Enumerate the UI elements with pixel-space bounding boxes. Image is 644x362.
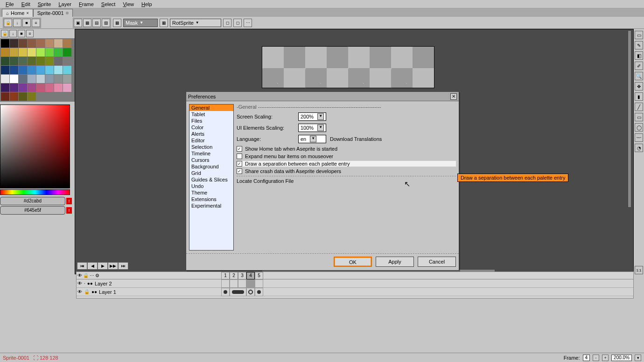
square-button[interactable]: ■	[22, 19, 31, 27]
palette-swatch[interactable]	[36, 92, 45, 101]
zoom-tool[interactable]: 🔍	[635, 72, 643, 80]
palette-swatch[interactable]	[10, 39, 18, 48]
pref-category-cursors[interactable]: Cursors	[189, 157, 233, 163]
pref-category-color[interactable]: Color	[189, 124, 233, 131]
pixel-grid-button[interactable]: ▦	[113, 19, 121, 27]
menu-file[interactable]: File	[2, 0, 18, 8]
menu-frame[interactable]: Frame	[75, 0, 98, 8]
palette-swatch[interactable]	[63, 92, 71, 101]
palette-swatch[interactable]	[19, 92, 27, 101]
palette-swatch[interactable]	[10, 84, 18, 92]
fg-color-button[interactable]: #d2cabd	[0, 197, 65, 205]
menu-edit[interactable]: Edit	[18, 0, 34, 8]
locate-config-link[interactable]: Locate Configuration File	[237, 178, 294, 184]
eye-icon[interactable]: 👁	[77, 281, 82, 286]
apply-button[interactable]: Apply	[376, 257, 414, 267]
frame-header[interactable]: 3	[238, 272, 246, 279]
palette-swatch[interactable]	[54, 92, 63, 101]
more-button[interactable]: ⋯	[244, 19, 252, 27]
pal-square-button[interactable]: ■	[18, 30, 25, 37]
palette-swatch[interactable]	[63, 57, 71, 65]
palette-swatch[interactable]	[45, 39, 54, 48]
rect-tool[interactable]: ▭	[635, 113, 643, 121]
palette-swatch[interactable]	[54, 48, 63, 56]
prev-frame-button[interactable]: ◀	[87, 262, 98, 270]
cel[interactable]	[238, 279, 246, 288]
menu-layer[interactable]: Layer	[55, 0, 75, 8]
cel[interactable]	[246, 279, 255, 288]
frame-header[interactable]: 1	[221, 272, 230, 279]
checkbox-expand-menu-label[interactable]: Expand menu bar items on mouseover	[245, 153, 333, 159]
menu-help[interactable]: Help	[138, 0, 156, 8]
pref-category-editor[interactable]: Editor	[189, 137, 233, 144]
pref-category-guides-slices[interactable]: Guides & Slices	[189, 176, 233, 183]
sel-replace-button[interactable]: ▣	[74, 19, 82, 27]
palette-swatch[interactable]	[28, 48, 36, 56]
frame-header[interactable]: 5	[255, 272, 263, 279]
pref-category-extensions[interactable]: Extensions	[189, 196, 233, 202]
palette-swatch[interactable]	[63, 84, 71, 92]
palette-swatch[interactable]	[36, 84, 45, 92]
checkbox-palette-separation-label[interactable]: Draw a separation between each palette e…	[245, 161, 350, 167]
cel[interactable]	[230, 288, 246, 296]
palette-swatch[interactable]	[1, 75, 9, 83]
menu-view[interactable]: View	[119, 0, 138, 8]
link-icon[interactable]: ⋯	[90, 273, 94, 278]
palette-swatch[interactable]	[28, 92, 36, 101]
close-icon[interactable]: ×	[26, 11, 28, 15]
lock-icon[interactable]: 🔒	[84, 289, 90, 294]
palette-swatch[interactable]	[19, 48, 27, 56]
palette-swatch[interactable]	[10, 48, 18, 56]
pref-category-undo[interactable]: Undo	[189, 183, 233, 189]
bucket-tool[interactable]: ▮	[635, 92, 643, 101]
grid-button[interactable]: ▦	[160, 19, 168, 27]
cel[interactable]	[255, 288, 263, 296]
palette-swatch[interactable]	[63, 39, 71, 48]
tl-menu-icon[interactable]: ⚙	[95, 273, 99, 278]
opt2-button[interactable]: ◻	[233, 19, 242, 27]
palette-swatch[interactable]	[28, 75, 36, 83]
palette-swatch[interactable]	[28, 66, 36, 74]
palette-swatch[interactable]	[28, 39, 36, 48]
palette-swatch[interactable]	[54, 75, 63, 83]
pal-lock-button[interactable]: 🔒	[1, 30, 8, 37]
cel[interactable]	[246, 288, 255, 296]
pencil-tool[interactable]: ✎	[635, 41, 643, 49]
checkbox-home-tab[interactable]	[237, 146, 242, 152]
vertical-scrollbar[interactable]	[628, 29, 632, 274]
screen-scaling-dropdown[interactable]: 200% ▼	[298, 112, 326, 121]
frame-dec-button[interactable]: -	[593, 355, 599, 361]
menu-select[interactable]: Select	[98, 0, 119, 8]
frame-header[interactable]: 4	[246, 272, 255, 279]
last-frame-button[interactable]: ⏭	[118, 262, 128, 270]
palette-swatch[interactable]	[10, 75, 18, 83]
sel-intersect-button[interactable]: ▧	[102, 19, 110, 27]
checkbox-share-crash[interactable]	[237, 168, 242, 174]
palette-swatch[interactable]	[28, 57, 36, 65]
tab-sprite[interactable]: Sprite-0001	[33, 9, 73, 17]
pal-menu-button[interactable]: ≡	[26, 30, 34, 37]
menu-sprite[interactable]: Sprite	[34, 0, 55, 8]
dialog-titlebar[interactable]: Preferences ✕	[186, 92, 459, 101]
lock-alpha-button[interactable]: 🔒	[4, 19, 12, 27]
sprite-canvas[interactable]	[262, 46, 434, 88]
ui-scaling-dropdown[interactable]: 100% ▼	[298, 124, 326, 132]
pref-category-files[interactable]: Files	[189, 118, 233, 124]
pal-down-button[interactable]: ↓	[9, 30, 17, 37]
cancel-button[interactable]: Cancel	[418, 257, 456, 267]
lock-icon[interactable]: 🔒	[83, 273, 89, 278]
palette-swatch[interactable]	[63, 75, 71, 83]
palette-swatch[interactable]	[54, 57, 63, 65]
play-button[interactable]: ▶	[98, 262, 108, 270]
eye-icon[interactable]: 👁	[77, 273, 82, 278]
frame-input[interactable]: 4	[583, 355, 590, 361]
palette-swatch[interactable]	[45, 84, 54, 92]
hue-slider[interactable]	[0, 189, 70, 195]
layer-1-label[interactable]: Layer 1	[99, 289, 116, 295]
pref-category-background[interactable]: Background	[189, 163, 233, 170]
color-palette[interactable]	[0, 38, 75, 102]
ok-button[interactable]: OK	[334, 257, 372, 267]
palette-swatch[interactable]	[1, 48, 9, 56]
sel-add-button[interactable]: ▦	[83, 19, 91, 27]
marquee-tool[interactable]: ▭	[635, 31, 643, 39]
